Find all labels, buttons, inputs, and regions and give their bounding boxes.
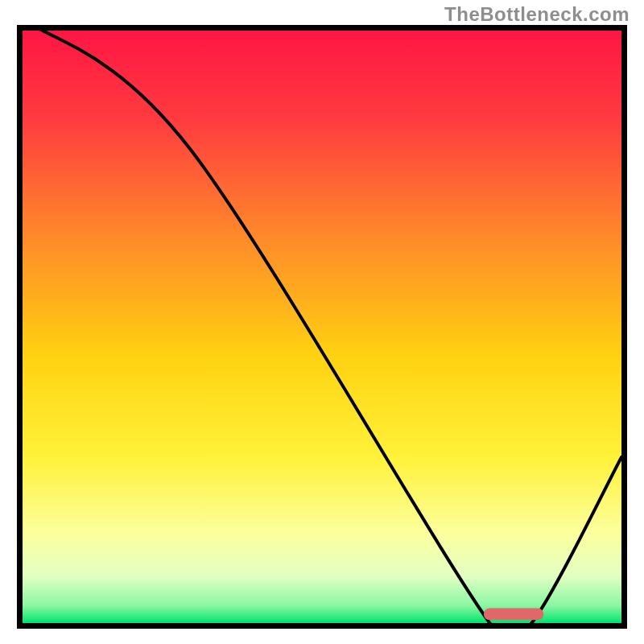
watermark-text: TheBottleneck.com [444,3,630,26]
chart-plot-area [23,31,621,623]
chart-frame [17,25,627,629]
chart-svg [23,31,621,623]
chart-container: TheBottleneck.com [0,0,644,644]
optimal-zone-marker [484,609,543,621]
gradient-background [23,31,621,623]
